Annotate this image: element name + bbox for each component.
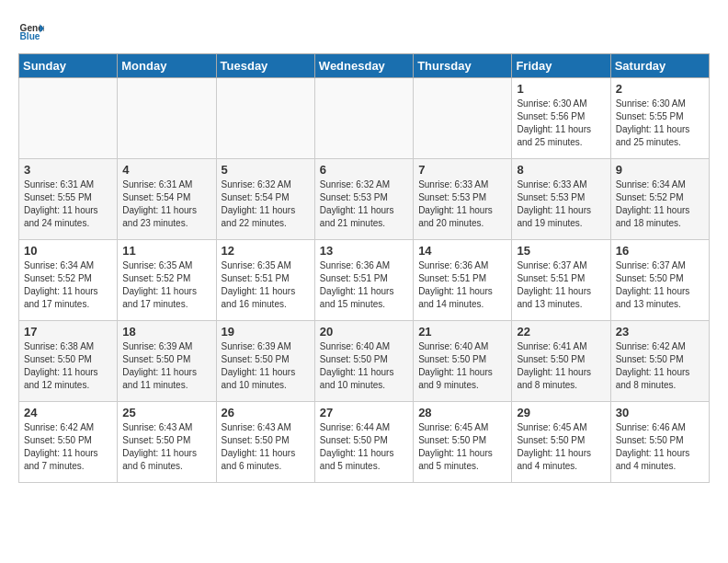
calendar-week-5: 24Sunrise: 6:42 AM Sunset: 5:50 PM Dayli… — [19, 402, 710, 483]
day-number: 13 — [320, 244, 408, 258]
calendar-cell: 30Sunrise: 6:46 AM Sunset: 5:50 PM Dayli… — [610, 402, 709, 483]
calendar-cell: 21Sunrise: 6:40 AM Sunset: 5:50 PM Dayli… — [414, 321, 512, 402]
day-info: Sunrise: 6:33 AM Sunset: 5:53 PM Dayligh… — [517, 178, 605, 230]
calendar-cell — [314, 78, 413, 159]
day-number: 14 — [418, 244, 506, 258]
calendar-cell: 13Sunrise: 6:36 AM Sunset: 5:51 PM Dayli… — [314, 240, 413, 321]
day-info: Sunrise: 6:38 AM Sunset: 5:50 PM Dayligh… — [24, 340, 112, 392]
day-info: Sunrise: 6:42 AM Sunset: 5:50 PM Dayligh… — [616, 340, 704, 392]
day-number: 21 — [418, 325, 506, 339]
day-info: Sunrise: 6:43 AM Sunset: 5:50 PM Dayligh… — [122, 421, 210, 473]
day-info: Sunrise: 6:39 AM Sunset: 5:50 PM Dayligh… — [222, 340, 310, 392]
day-number: 27 — [320, 406, 408, 419]
calendar-cell: 19Sunrise: 6:39 AM Sunset: 5:50 PM Dayli… — [216, 321, 314, 402]
day-info: Sunrise: 6:31 AM Sunset: 5:54 PM Dayligh… — [122, 178, 210, 230]
calendar-cell: 8Sunrise: 6:33 AM Sunset: 5:53 PM Daylig… — [512, 159, 610, 240]
day-info: Sunrise: 6:41 AM Sunset: 5:50 PM Dayligh… — [517, 340, 605, 392]
day-number: 30 — [616, 406, 704, 419]
calendar-cell: 6Sunrise: 6:32 AM Sunset: 5:53 PM Daylig… — [314, 159, 413, 240]
day-info: Sunrise: 6:33 AM Sunset: 5:53 PM Dayligh… — [418, 178, 506, 230]
calendar-cell — [19, 78, 118, 159]
day-number: 4 — [122, 163, 210, 177]
day-number: 23 — [616, 325, 704, 339]
calendar-cell — [414, 78, 512, 159]
day-info: Sunrise: 6:44 AM Sunset: 5:50 PM Dayligh… — [320, 421, 408, 473]
calendar-cell — [216, 78, 314, 159]
day-info: Sunrise: 6:30 AM Sunset: 5:55 PM Dayligh… — [616, 98, 704, 149]
day-info: Sunrise: 6:31 AM Sunset: 5:55 PM Dayligh… — [24, 178, 112, 230]
day-info: Sunrise: 6:42 AM Sunset: 5:50 PM Dayligh… — [24, 421, 112, 473]
calendar-cell: 3Sunrise: 6:31 AM Sunset: 5:55 PM Daylig… — [19, 159, 118, 240]
calendar-body: 1Sunrise: 6:30 AM Sunset: 5:56 PM Daylig… — [19, 78, 710, 483]
calendar-cell: 22Sunrise: 6:41 AM Sunset: 5:50 PM Dayli… — [512, 321, 610, 402]
calendar-cell: 5Sunrise: 6:32 AM Sunset: 5:54 PM Daylig… — [216, 159, 314, 240]
day-info: Sunrise: 6:34 AM Sunset: 5:52 PM Dayligh… — [616, 178, 704, 230]
calendar-cell: 28Sunrise: 6:45 AM Sunset: 5:50 PM Dayli… — [414, 402, 512, 483]
calendar-cell: 12Sunrise: 6:35 AM Sunset: 5:51 PM Dayli… — [216, 240, 314, 321]
day-number: 19 — [222, 325, 310, 339]
day-number: 29 — [517, 406, 605, 419]
day-number: 6 — [320, 163, 408, 177]
day-number: 3 — [24, 163, 112, 177]
day-info: Sunrise: 6:35 AM Sunset: 5:51 PM Dayligh… — [222, 259, 310, 311]
calendar-cell: 7Sunrise: 6:33 AM Sunset: 5:53 PM Daylig… — [414, 159, 512, 240]
calendar-cell: 23Sunrise: 6:42 AM Sunset: 5:50 PM Dayli… — [610, 321, 709, 402]
day-info: Sunrise: 6:34 AM Sunset: 5:52 PM Dayligh… — [24, 259, 112, 311]
day-number: 11 — [122, 244, 210, 258]
page-header: General Blue — [18, 18, 710, 44]
day-info: Sunrise: 6:36 AM Sunset: 5:51 PM Dayligh… — [320, 259, 408, 311]
day-number: 16 — [616, 244, 704, 258]
calendar-cell: 1Sunrise: 6:30 AM Sunset: 5:56 PM Daylig… — [512, 78, 610, 159]
day-info: Sunrise: 6:37 AM Sunset: 5:51 PM Dayligh… — [517, 259, 605, 311]
day-number: 18 — [122, 325, 210, 339]
day-number: 2 — [616, 82, 704, 96]
weekday-header-tuesday: Tuesday — [216, 54, 314, 78]
calendar-cell: 29Sunrise: 6:45 AM Sunset: 5:50 PM Dayli… — [512, 402, 610, 483]
calendar-week-4: 17Sunrise: 6:38 AM Sunset: 5:50 PM Dayli… — [19, 321, 710, 402]
calendar-cell: 4Sunrise: 6:31 AM Sunset: 5:54 PM Daylig… — [118, 159, 216, 240]
day-info: Sunrise: 6:37 AM Sunset: 5:50 PM Dayligh… — [616, 259, 704, 311]
day-number: 1 — [517, 82, 605, 96]
calendar-cell: 16Sunrise: 6:37 AM Sunset: 5:50 PM Dayli… — [610, 240, 709, 321]
calendar-cell: 24Sunrise: 6:42 AM Sunset: 5:50 PM Dayli… — [19, 402, 118, 483]
weekday-header-monday: Monday — [118, 54, 216, 78]
day-info: Sunrise: 6:35 AM Sunset: 5:52 PM Dayligh… — [122, 259, 210, 311]
day-info: Sunrise: 6:30 AM Sunset: 5:56 PM Dayligh… — [517, 98, 605, 149]
calendar-cell: 10Sunrise: 6:34 AM Sunset: 5:52 PM Dayli… — [19, 240, 118, 321]
calendar-cell: 15Sunrise: 6:37 AM Sunset: 5:51 PM Dayli… — [512, 240, 610, 321]
day-info: Sunrise: 6:39 AM Sunset: 5:50 PM Dayligh… — [122, 340, 210, 392]
day-info: Sunrise: 6:40 AM Sunset: 5:50 PM Dayligh… — [320, 340, 408, 392]
day-number: 10 — [24, 244, 112, 258]
weekday-header-thursday: Thursday — [414, 54, 512, 78]
day-number: 5 — [222, 163, 310, 177]
day-info: Sunrise: 6:40 AM Sunset: 5:50 PM Dayligh… — [418, 340, 506, 392]
weekday-header-sunday: Sunday — [19, 54, 118, 78]
day-number: 12 — [222, 244, 310, 258]
calendar-cell — [118, 78, 216, 159]
day-number: 8 — [517, 163, 605, 177]
calendar-table: SundayMondayTuesdayWednesdayThursdayFrid… — [18, 53, 710, 483]
day-number: 17 — [24, 325, 112, 339]
calendar-cell: 17Sunrise: 6:38 AM Sunset: 5:50 PM Dayli… — [19, 321, 118, 402]
day-info: Sunrise: 6:46 AM Sunset: 5:50 PM Dayligh… — [616, 421, 704, 473]
calendar-cell: 26Sunrise: 6:43 AM Sunset: 5:50 PM Dayli… — [216, 402, 314, 483]
day-number: 15 — [517, 244, 605, 258]
weekday-header-friday: Friday — [512, 54, 610, 78]
day-number: 28 — [418, 406, 506, 419]
calendar-cell: 11Sunrise: 6:35 AM Sunset: 5:52 PM Dayli… — [118, 240, 216, 321]
calendar-cell: 25Sunrise: 6:43 AM Sunset: 5:50 PM Dayli… — [118, 402, 216, 483]
day-info: Sunrise: 6:45 AM Sunset: 5:50 PM Dayligh… — [418, 421, 506, 473]
calendar-week-3: 10Sunrise: 6:34 AM Sunset: 5:52 PM Dayli… — [19, 240, 710, 321]
svg-text:Blue: Blue — [20, 31, 40, 41]
day-info: Sunrise: 6:36 AM Sunset: 5:51 PM Dayligh… — [418, 259, 506, 311]
calendar-week-2: 3Sunrise: 6:31 AM Sunset: 5:55 PM Daylig… — [19, 159, 710, 240]
calendar-cell: 18Sunrise: 6:39 AM Sunset: 5:50 PM Dayli… — [118, 321, 216, 402]
logo: General Blue — [18, 18, 48, 44]
calendar-cell: 9Sunrise: 6:34 AM Sunset: 5:52 PM Daylig… — [610, 159, 709, 240]
day-number: 22 — [517, 325, 605, 339]
day-number: 26 — [222, 406, 310, 419]
calendar-cell: 27Sunrise: 6:44 AM Sunset: 5:50 PM Dayli… — [314, 402, 413, 483]
calendar-cell: 2Sunrise: 6:30 AM Sunset: 5:55 PM Daylig… — [610, 78, 709, 159]
weekday-header-row: SundayMondayTuesdayWednesdayThursdayFrid… — [19, 54, 710, 78]
day-info: Sunrise: 6:43 AM Sunset: 5:50 PM Dayligh… — [222, 421, 310, 473]
